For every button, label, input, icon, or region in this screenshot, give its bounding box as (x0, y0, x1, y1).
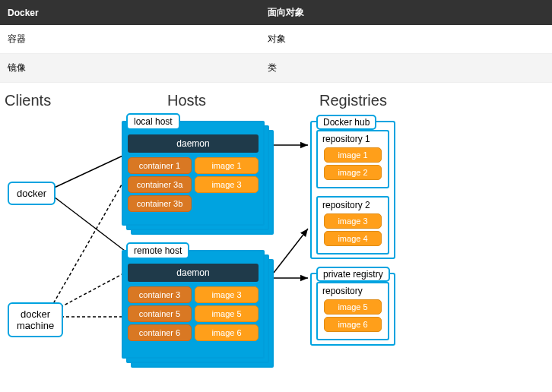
connector-arrows (0, 84, 552, 392)
repo-title: repository 1 (322, 134, 370, 144)
th-docker: Docker (0, 0, 260, 25)
image-pill: image 6 (324, 317, 382, 332)
image-chip: image 1 (195, 157, 259, 174)
repo-title: repository 2 (322, 200, 370, 210)
client-docker-machine: docker machine (8, 302, 63, 337)
svg-line-6 (274, 229, 308, 273)
table-row: 容器 对象 (0, 25, 552, 54)
container-chip: container 1 (128, 157, 192, 174)
docker-hub-label: Docker hub (316, 115, 376, 130)
container-chip: container 6 (128, 324, 192, 341)
col-hosts: Hosts (167, 92, 206, 109)
client-docker: docker (8, 182, 56, 205)
image-pill: image 1 (324, 147, 382, 163)
container-chip: container 3a (128, 176, 192, 193)
remote-daemon: daemon (128, 264, 259, 282)
image-chip: image 3 (195, 176, 259, 193)
remote-host-label: remote host (126, 242, 189, 259)
local-host-stack: local host daemon container 1 image 1 co… (122, 121, 274, 235)
remote-host-stack: remote host daemon container 3 image 3 c… (122, 250, 274, 368)
container-chip: container 3b (128, 195, 192, 212)
private-registry-label: private registry (316, 267, 390, 282)
docker-hub-box: Docker hub repository 1 image 1 image 2 … (310, 121, 395, 259)
image-chip: image 6 (195, 324, 259, 341)
local-host-label: local host (126, 113, 180, 130)
image-chip: image 5 (195, 305, 259, 322)
image-pill: image 5 (324, 299, 382, 315)
image-chip: image 3 (195, 286, 259, 303)
th-oop: 面向对象 (260, 0, 552, 25)
local-daemon: daemon (128, 134, 259, 153)
image-pill: image 3 (324, 213, 382, 229)
repository-box: repository 1 image 1 image 2 (316, 130, 389, 188)
col-registries: Registries (319, 92, 387, 109)
col-clients: Clients (5, 92, 51, 109)
repo-title: repository (322, 286, 363, 296)
private-registry-box: private registry repository image 5 imag… (310, 273, 395, 346)
architecture-diagram: Clients Hosts Registries docker docker m… (0, 84, 552, 392)
image-pill: image 4 (324, 231, 382, 246)
repository-box: repository image 5 image 6 (316, 282, 389, 340)
container-chip: container 3 (128, 286, 192, 303)
repository-box: repository 2 image 3 image 4 (316, 196, 389, 254)
container-chip: container 5 (128, 305, 192, 322)
table-row: 镜像 类 (0, 54, 552, 83)
image-pill: image 2 (324, 165, 382, 180)
comparison-table: Docker 面向对象 容器 对象 镜像 类 (0, 0, 552, 83)
